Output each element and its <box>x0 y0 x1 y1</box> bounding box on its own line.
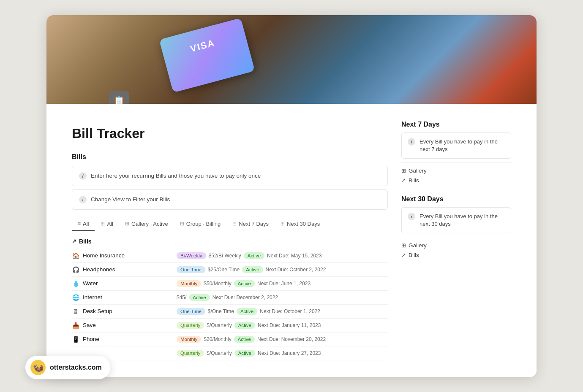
due-date: Next Due: October 2, 2022 <box>266 267 326 273</box>
due-date: Next Due: November 20, 2022 <box>257 336 326 342</box>
tab-next30-label: Next 30 Days <box>287 221 320 227</box>
due-date: Next Due: January 27, 2023 <box>258 350 321 356</box>
bill-name-label: Home Insurance <box>83 252 125 259</box>
bills-table: 🏠 Home Insurance Bi-Weekly $52/Bi-Weekly… <box>72 249 388 360</box>
sidebar-next7-info-box: i Every Bill you have to pay in the next… <box>401 132 511 159</box>
status-badge: Active <box>244 252 264 259</box>
bill-tags-empty: Quarterly $/Quarterly Active Next Due: J… <box>177 350 388 357</box>
bills-arrow-icon: ↗ <box>72 238 76 244</box>
status-badge: Active <box>234 336 255 343</box>
bill-tags-desk-setup: One Time $/One Time Active Next Due: Oct… <box>177 308 388 315</box>
sidebar-next7-divider <box>401 162 511 162</box>
table-row[interactable]: 🎧 Headphones One Time $25/One Time Activ… <box>72 263 388 277</box>
page-title: Bill Tracker <box>72 126 388 141</box>
tab-all2-label: All <box>107 221 113 227</box>
bill-name-save: 📥 Save <box>72 322 173 329</box>
sidebar-next7-info-icon: i <box>408 138 415 146</box>
status-badge: Active <box>234 350 255 357</box>
bill-tags-headphones: One Time $25/One Time Active Next Due: O… <box>177 266 388 273</box>
tab-all1-label: All <box>83 221 89 227</box>
table-row[interactable]: 📥 Save Quarterly $/Quarterly Active Next… <box>72 319 388 333</box>
tab-next7-label: Next 7 Days <box>239 221 269 227</box>
table-row[interactable]: 💧 Water Monthly $50/Monthly Active Next … <box>72 277 388 291</box>
tab-all1-icon: ≡ <box>78 221 81 227</box>
hero-image: 📋 <box>46 15 537 104</box>
table-row[interactable]: 🖥 Desk Setup One Time $/One Time Active … <box>72 305 388 319</box>
sidebar-next30-divider <box>401 237 511 237</box>
page-icon: 📋 <box>109 91 129 104</box>
bill-tags-internet: $45/ Active Next Due: December 2, 2022 <box>177 294 388 301</box>
due-date: Next Due: June 1, 2023 <box>257 281 311 287</box>
table-row[interactable]: 🏠 Home Insurance Bi-Weekly $52/Bi-Weekly… <box>72 249 388 263</box>
due-date: Next Due: October 1, 2022 <box>260 308 320 314</box>
sidebar-next30-bills-link[interactable]: ↗ Bills <box>401 250 511 260</box>
sidebar-next7-gallery-link[interactable]: ⊞ Gallery <box>401 166 511 176</box>
gallery-icon: ⊞ <box>401 168 406 174</box>
info-text-1: Enter here your recurring Bills and thos… <box>91 173 261 179</box>
bill-name-internet: 🌐 Internet <box>72 294 173 301</box>
bill-name-phone: 📱 Phone <box>72 336 173 343</box>
status-badge: Active <box>189 294 210 301</box>
info-text-2: Change View to Filter your Bills <box>91 196 170 203</box>
sidebar-next30-gallery-label: Gallery <box>409 242 427 249</box>
bill-tags-water: Monthly $50/Monthly Active Next Due: Jun… <box>177 280 388 287</box>
tab-group-billing[interactable]: ⊟ Group · Billing <box>174 217 227 231</box>
desk-icon: 🖥 <box>72 308 79 315</box>
table-row[interactable]: 🌐 Internet $45/ Active Next Due: Decembe… <box>72 291 388 305</box>
frequency-tag: Quarterly <box>177 350 204 357</box>
due-date: Next Due: December 2, 2022 <box>212 295 278 300</box>
bills-arrow-icon-sidebar-30: ↗ <box>401 252 406 258</box>
tab-next7[interactable]: ⊟ Next 7 Days <box>226 217 275 231</box>
watermark-url: otterstacks.com <box>50 364 102 371</box>
frequency-tag: Monthly <box>177 280 201 287</box>
amount-tag: $52/Bi-Weekly <box>209 253 241 259</box>
home-icon: 🏠 <box>72 252 79 259</box>
tab-all1[interactable]: ≡ All <box>72 217 95 231</box>
table-row[interactable]: Quarterly $/Quarterly Active Next Due: J… <box>72 346 388 360</box>
watermark-badge: 🦦 otterstacks.com <box>25 356 110 379</box>
content-area: Bill Tracker Bills i Enter here your rec… <box>46 104 537 377</box>
bills-label: Bills <box>79 238 92 245</box>
amount-tag: $45/ <box>177 295 186 300</box>
bill-name-home-insurance: 🏠 Home Insurance <box>72 252 173 259</box>
sidebar-next30-info-text: Every Bill you have to pay in the next 3… <box>420 213 505 228</box>
bill-name-label: Internet <box>83 294 102 300</box>
tab-all2[interactable]: ⊞ All <box>95 217 119 231</box>
app-container: 📋 Bill Tracker Bills i Enter here your r… <box>46 15 537 377</box>
phone-icon: 📱 <box>72 336 79 343</box>
sidebar-next30-info-box: i Every Bill you have to pay in the next… <box>401 207 511 233</box>
status-badge: Active <box>234 322 255 329</box>
frequency-tag: Quarterly <box>177 322 204 329</box>
bill-name-label: Water <box>83 280 98 287</box>
due-date: Next Due: May 15, 2023 <box>267 253 321 259</box>
tab-next7-icon: ⊟ <box>232 221 237 227</box>
gallery-icon-30: ⊞ <box>401 242 406 249</box>
bill-name-headphones: 🎧 Headphones <box>72 266 173 273</box>
tab-gallery-active[interactable]: ⊞ Gallery · Active <box>119 217 174 231</box>
tab-group-icon: ⊟ <box>180 221 184 227</box>
watermark-avatar: 🦦 <box>30 360 46 375</box>
sidebar-section-next30: Next 30 Days i Every Bill you have to pa… <box>401 195 511 260</box>
sidebar-next7-bills-link[interactable]: ↗ Bills <box>401 176 511 185</box>
sidebar-next30-gallery-link[interactable]: ⊞ Gallery <box>401 241 511 250</box>
table-row[interactable]: 📱 Phone Monthly $20/Monthly Active Next … <box>72 333 388 346</box>
tab-gallery-label: Gallery · Active <box>131 221 168 227</box>
tab-next30[interactable]: ⊞ Next 30 Days <box>275 217 326 231</box>
sidebar-next7-title: Next 7 Days <box>401 121 511 128</box>
bill-tags-save: Quarterly $/Quarterly Active Next Due: J… <box>177 322 388 329</box>
tabs-row: ≡ All ⊞ All ⊞ Gallery · Active ⊟ Group ·… <box>72 217 388 231</box>
sidebar-section-next7: Next 7 Days i Every Bill you have to pay… <box>401 121 511 185</box>
info-box-2: i Change View to Filter your Bills <box>72 189 388 210</box>
headphones-icon: 🎧 <box>72 266 79 273</box>
bill-name-label: Headphones <box>83 266 115 273</box>
amount-tag: $25/One Time <box>208 267 240 273</box>
due-date: Next Due: January 11, 2023 <box>258 322 321 328</box>
frequency-tag: One Time <box>177 308 205 315</box>
tab-group-label: Group · Billing <box>186 221 221 227</box>
main-column: Bill Tracker Bills i Enter here your rec… <box>72 121 388 360</box>
frequency-tag: Monthly <box>177 336 201 343</box>
bill-name-desk-setup: 🖥 Desk Setup <box>72 308 173 315</box>
status-badge: Active <box>234 280 255 287</box>
info-icon-1: i <box>79 172 87 180</box>
bill-name-water: 💧 Water <box>72 280 173 287</box>
